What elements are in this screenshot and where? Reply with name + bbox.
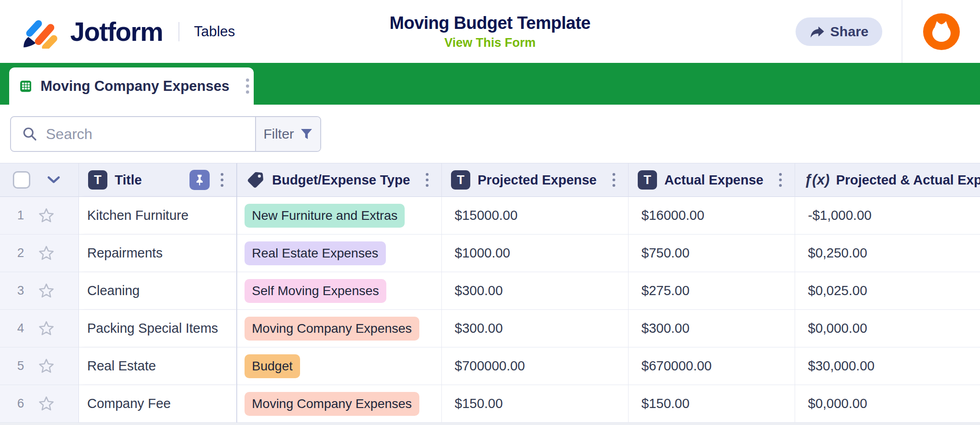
select-all-cell	[0, 163, 79, 197]
filter-label: Filter	[263, 126, 294, 142]
table-row: 4 Packing Special Items Moving Company E…	[0, 310, 980, 347]
column-header-net[interactable]: ƒ(x) Projected & Actual Expenses	[795, 163, 980, 197]
column-header-projected[interactable]: T Projected Expense	[442, 163, 629, 197]
cell-title[interactable]: Company Fee	[79, 385, 237, 423]
star-icon	[38, 245, 55, 262]
cell-net[interactable]: $0,000.00	[795, 385, 980, 423]
cell-projected[interactable]: $300.00	[442, 310, 629, 347]
cell-type[interactable]: Budget	[237, 347, 442, 385]
table-grid-icon	[20, 75, 31, 97]
cell-type[interactable]: Moving Company Expenses	[237, 385, 442, 423]
horizontal-scrollbar-track[interactable]	[0, 423, 980, 425]
cell-net[interactable]: -$1,000.00	[795, 197, 980, 235]
cell-type[interactable]: Real Estate Expenses	[237, 235, 442, 272]
type-badge: Moving Company Expenses	[245, 392, 419, 416]
chevron-down-icon[interactable]	[47, 176, 61, 184]
cell-title[interactable]: Repairments	[79, 235, 237, 272]
star-button[interactable]	[38, 395, 55, 413]
filter-button[interactable]: Filter	[255, 117, 320, 151]
row-number: 6	[13, 397, 28, 411]
cell-actual[interactable]: $750.00	[629, 235, 795, 272]
tag-icon	[246, 171, 265, 189]
type-badge: Self Moving Expenses	[245, 279, 386, 303]
select-all-checkbox[interactable]	[13, 171, 30, 189]
cell-projected[interactable]: $150.00	[442, 385, 629, 423]
cell-net[interactable]: $0,250.00	[795, 235, 980, 272]
star-button[interactable]	[38, 282, 55, 300]
share-label: Share	[830, 24, 869, 39]
sheet-tab[interactable]: Moving Company Expenses	[9, 67, 254, 105]
sheet-tab-menu-kebab-icon[interactable]	[241, 76, 254, 96]
table-row: 3 Cleaning Self Moving Expenses $300.00 …	[0, 272, 980, 310]
row-number: 1	[13, 208, 28, 223]
column-menu-kebab-icon[interactable]	[216, 170, 228, 190]
column-menu-kebab-icon[interactable]	[608, 170, 620, 190]
star-icon	[38, 320, 55, 337]
share-button[interactable]: Share	[796, 17, 882, 46]
star-button[interactable]	[38, 245, 55, 262]
column-header-type[interactable]: Budget/Expense Type	[237, 163, 442, 197]
pin-button[interactable]	[189, 170, 210, 190]
table-row: 2 Repairments Real Estate Expenses $1000…	[0, 235, 980, 272]
cell-net[interactable]: $0,025.00	[795, 272, 980, 310]
star-icon	[38, 207, 55, 224]
cell-actual[interactable]: $670000.00	[629, 347, 795, 385]
cell-title[interactable]: Real Estate	[79, 347, 237, 385]
brand: Jotform Tables	[20, 0, 235, 63]
cell-actual[interactable]: $300.00	[629, 310, 795, 347]
cell-type[interactable]: Self Moving Expenses	[237, 272, 442, 310]
column-header-actual[interactable]: T Actual Expense	[629, 163, 795, 197]
star-icon	[38, 282, 55, 300]
search-segment	[11, 117, 255, 151]
share-icon	[809, 24, 825, 39]
product-name: Tables	[194, 23, 235, 40]
table-row: 5 Real Estate Budget $700000.00 $670000.…	[0, 347, 980, 385]
cell-actual[interactable]: $16000.00	[629, 197, 795, 235]
star-button[interactable]	[38, 207, 55, 224]
table-row: 6 Company Fee Moving Company Expenses $1…	[0, 385, 980, 423]
text-field-icon: T	[88, 170, 107, 190]
jotform-logo-icon	[20, 15, 64, 49]
cell-type[interactable]: Moving Company Expenses	[237, 310, 442, 347]
header-right: Share	[796, 0, 980, 63]
formula-icon: ƒ(x)	[804, 172, 830, 188]
star-button[interactable]	[38, 320, 55, 337]
brand-wordmark: Jotform	[70, 17, 163, 47]
avatar-icon	[923, 13, 960, 50]
title-block: Moving Budget Template View This Form	[284, 13, 696, 50]
grid-header-row: T Title Budget/Expense Type T	[0, 163, 980, 197]
column-menu-kebab-icon[interactable]	[774, 170, 786, 190]
search-bar: Filter	[10, 116, 321, 152]
user-avatar[interactable]	[902, 13, 980, 50]
cell-actual[interactable]: $150.00	[629, 385, 795, 423]
search-input[interactable]	[46, 126, 220, 143]
cell-title[interactable]: Packing Special Items	[79, 310, 237, 347]
sheet-tab-bar: Moving Company Expenses	[0, 63, 980, 105]
brand-divider	[178, 22, 179, 41]
row-number: 3	[13, 284, 28, 298]
sheet-tab-label: Moving Company Expenses	[40, 78, 229, 95]
cell-type[interactable]: New Furniture and Extras	[237, 197, 442, 235]
row-number: 5	[13, 359, 28, 373]
cell-title[interactable]: Cleaning	[79, 272, 237, 310]
cell-projected[interactable]: $1000.00	[442, 235, 629, 272]
star-icon	[38, 358, 55, 375]
data-grid: T Title Budget/Expense Type T	[0, 163, 980, 425]
cell-actual[interactable]: $275.00	[629, 272, 795, 310]
cell-net[interactable]: $0,000.00	[795, 310, 980, 347]
table-row: 1 Kitchen Furniture New Furniture and Ex…	[0, 197, 980, 235]
type-badge: Budget	[245, 354, 300, 378]
column-header-title[interactable]: T Title	[79, 163, 237, 197]
page-title: Moving Budget Template	[284, 13, 696, 33]
view-form-link[interactable]: View This Form	[284, 36, 696, 50]
filter-funnel-icon	[300, 128, 313, 140]
column-menu-kebab-icon[interactable]	[421, 170, 433, 190]
star-button[interactable]	[38, 358, 55, 375]
cell-projected[interactable]: $700000.00	[442, 347, 629, 385]
row-number: 4	[13, 321, 28, 336]
cell-net[interactable]: $30,000.00	[795, 347, 980, 385]
cell-projected[interactable]: $300.00	[442, 272, 629, 310]
cell-projected[interactable]: $15000.00	[442, 197, 629, 235]
cell-title[interactable]: Kitchen Furniture	[79, 197, 237, 235]
text-field-icon: T	[451, 170, 470, 190]
